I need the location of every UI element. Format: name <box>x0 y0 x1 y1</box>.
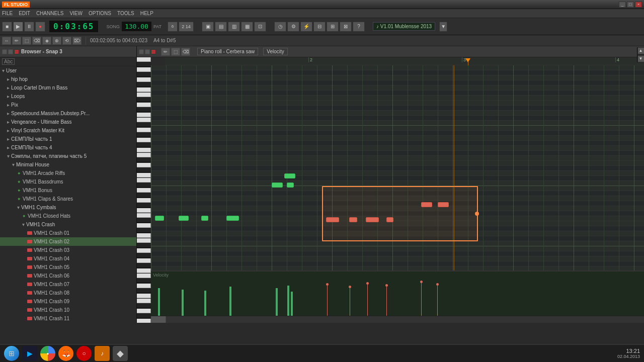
piano-key-27[interactable] <box>137 193 151 198</box>
tool-select[interactable]: ⬚ <box>22 37 31 45</box>
tool-5[interactable]: ◈ <box>42 37 51 45</box>
piano-key-36[interactable] <box>137 238 151 243</box>
piano-key-43[interactable] <box>137 274 151 278</box>
piano-key-17[interactable] <box>137 143 151 147</box>
browser-item-crash06[interactable]: VMH1 Crash 06 <box>0 272 136 280</box>
pr-close[interactable] <box>151 49 156 54</box>
piano-key-40[interactable] <box>137 258 151 263</box>
piano-key-47[interactable] <box>137 294 151 298</box>
browser-item-crash03[interactable]: VMH1 Crash 03 <box>0 246 136 254</box>
piano-key-1[interactable] <box>137 62 151 67</box>
piano-key-10[interactable] <box>137 108 151 112</box>
piano-key-51[interactable] <box>137 314 151 318</box>
piano-key-49[interactable] <box>137 304 151 308</box>
browser-item-user[interactable]: ▾User <box>0 66 136 75</box>
browser-item-speedsound[interactable]: ▸Speedsound.Massive.Dubstep.Pr... <box>0 109 136 118</box>
browser-item-vinyl[interactable]: ▸Vinyl Scratch Master Kit <box>0 126 136 135</box>
tool-btn-5[interactable]: ⊡ <box>254 22 266 32</box>
piano-key-16[interactable] <box>137 138 151 142</box>
piano-key-15[interactable] <box>137 133 151 137</box>
piano-key-4[interactable] <box>137 77 151 82</box>
piano-key-23[interactable] <box>137 173 151 177</box>
piano-key-42[interactable] <box>137 268 151 273</box>
tool-draw[interactable]: ✏ <box>12 37 21 45</box>
piano-key-52[interactable] <box>137 319 151 323</box>
browser-item-vengeance[interactable]: ▸Vengeance - Ultimate Bass <box>0 118 136 126</box>
scroll-up[interactable]: ▲ <box>638 48 644 54</box>
fx-btn-2[interactable]: ⚙ <box>287 22 299 32</box>
tool-btn-3[interactable]: ▥ <box>228 22 240 32</box>
browser-item-arcade-riffs[interactable]: ✦VMH1 Arcade Riffs <box>0 169 136 177</box>
piano-key-45[interactable] <box>137 284 151 288</box>
browser-close[interactable] <box>14 49 19 54</box>
piano-key-20[interactable] <box>137 158 151 162</box>
piano-key-28[interactable] <box>137 198 151 203</box>
browser-item-semplly1[interactable]: ▸СЕМПЛЫ часть 1 <box>0 135 136 143</box>
piano-key-29[interactable] <box>137 203 151 208</box>
browser-item-crash10[interactable]: VMH1 Crash 10 <box>0 306 136 314</box>
note-block[interactable] <box>179 216 189 221</box>
start-button[interactable]: ⊞ <box>4 346 19 361</box>
piano-key-8[interactable] <box>137 98 151 102</box>
note-block[interactable] <box>284 173 295 178</box>
piano-key-11[interactable] <box>137 113 151 117</box>
note-block-selected[interactable] <box>349 217 357 222</box>
pause-button[interactable]: ⏸ <box>24 22 34 32</box>
piano-key-39[interactable] <box>137 253 151 258</box>
play-button[interactable]: ▶ <box>13 22 23 32</box>
menu-file[interactable]: FILE <box>2 11 13 16</box>
pattern-prev[interactable]: 6 <box>168 22 178 32</box>
piano-key-26[interactable] <box>137 188 151 193</box>
piano-key-24[interactable] <box>137 178 151 183</box>
note-block[interactable] <box>226 216 239 221</box>
piano-key-50[interactable] <box>137 309 151 313</box>
browser-item-crash04[interactable]: VMH1 Crash 04 <box>0 254 136 263</box>
browser-item-crash05[interactable]: VMH1 Crash 05 <box>0 263 136 272</box>
browser-item-crash09[interactable]: VMH1 Crash 09 <box>0 297 136 306</box>
browser-item-crash02[interactable]: VMH1 Crash 02 <box>0 237 136 246</box>
piano-key-14[interactable] <box>137 128 151 132</box>
piano-key-0[interactable] <box>137 57 151 62</box>
piano-key-32[interactable] <box>137 218 151 223</box>
opera-button[interactable]: ○ <box>76 346 92 361</box>
browser-item-hiphop[interactable]: ▸hip hop <box>0 75 136 83</box>
other-button-1[interactable]: ◆ <box>113 346 128 361</box>
piano-key-22[interactable] <box>137 168 151 172</box>
pr-tool-3[interactable]: ⌫ <box>181 48 190 56</box>
tool-btn-4[interactable]: ▦ <box>241 22 253 32</box>
piano-key-18[interactable] <box>137 148 151 152</box>
browser-item-cymbals[interactable]: ▾VMH1 Cymbals <box>0 203 136 212</box>
piano-key-30[interactable] <box>137 208 151 213</box>
horizontal-scrollbar[interactable] <box>151 316 644 323</box>
note-block[interactable] <box>287 183 294 188</box>
note-block-selected[interactable] <box>326 217 339 222</box>
note-block[interactable] <box>155 216 164 221</box>
note-block-selected[interactable] <box>386 217 393 222</box>
browser-ctrl-1[interactable] <box>2 49 7 54</box>
piano-key-7[interactable] <box>137 93 151 97</box>
browser-item-semplly4[interactable]: ▸СЕМПЛЫ часть 4 <box>0 143 136 152</box>
piano-key-21[interactable] <box>137 163 151 167</box>
piano-key-12[interactable] <box>137 118 151 122</box>
maximize-button[interactable]: □ <box>627 2 634 8</box>
menu-view[interactable]: VIEW <box>69 11 83 16</box>
browser-item-loop-cartel[interactable]: ▸Loop Cartel Drum n Bass <box>0 83 136 92</box>
note-block-selected[interactable] <box>438 202 449 207</box>
piano-key-41[interactable] <box>137 263 151 268</box>
browser-item-loops[interactable]: ▸Loops <box>0 92 136 101</box>
piano-key-9[interactable] <box>137 103 151 107</box>
menu-tools[interactable]: TOOLS <box>117 11 134 16</box>
menu-edit[interactable]: EDIT <box>19 11 30 16</box>
piano-key-44[interactable] <box>137 279 151 283</box>
browser-item-pix[interactable]: ▸Pix <box>0 101 136 109</box>
piano-key-46[interactable] <box>137 289 151 293</box>
note-block-selected[interactable] <box>421 202 432 207</box>
tool-btn-1[interactable]: ▣ <box>202 22 214 32</box>
firefox-button[interactable]: 🦊 <box>58 346 73 361</box>
tool-8[interactable]: ⌦ <box>72 37 82 45</box>
fx-btn-5[interactable]: ⊞ <box>327 22 339 32</box>
note-grid[interactable] <box>151 65 644 270</box>
tool-btn-2[interactable]: ▤ <box>215 22 227 32</box>
tool-erase[interactable]: ⌫ <box>32 37 41 45</box>
browser-item-crash-folder[interactable]: ▾VMH1 Crash <box>0 220 136 229</box>
